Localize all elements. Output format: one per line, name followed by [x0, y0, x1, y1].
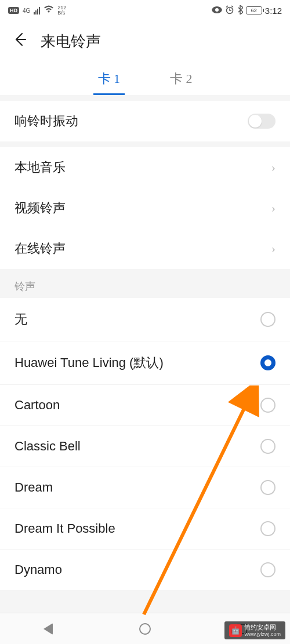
ringtone-label: Dream — [14, 480, 53, 495]
ringtone-list: 无 Huawei Tune Living (默认) Cartoon Classi… — [0, 298, 290, 590]
status-right: 62 3:12 — [212, 5, 282, 16]
page-title: 来电铃声 — [41, 31, 101, 52]
status-bar: HD 4G 212 B/s 62 3:12 — [0, 0, 290, 21]
ringtone-label: Classic Bell — [14, 439, 81, 454]
nav-back-button[interactable] — [42, 623, 55, 635]
ringtone-label: Huawei Tune Living (默认) — [14, 354, 164, 372]
ringtone-item-none[interactable]: 无 — [0, 298, 290, 341]
battery-icon: 62 — [246, 6, 262, 14]
radio-icon — [260, 480, 276, 495]
watermark-url: www.jylzwj.com — [244, 631, 281, 637]
eye-icon — [212, 6, 222, 15]
nav-online-ringtone[interactable]: 在线铃声 › — [0, 228, 290, 269]
vibrate-row: 响铃时振动 — [0, 101, 290, 141]
nav-video-ringtone[interactable]: 视频铃声 › — [0, 188, 290, 228]
radio-checked-icon — [260, 355, 276, 370]
nav-home-button[interactable] — [139, 623, 151, 635]
tab-sim2[interactable]: 卡 2 — [165, 64, 197, 95]
clock-time: 3:12 — [265, 6, 282, 16]
ringtone-label: 无 — [14, 311, 27, 328]
chevron-right-icon: › — [271, 241, 276, 256]
wifi-icon — [44, 5, 54, 16]
nav-local-music[interactable]: 本地音乐 › — [0, 147, 290, 188]
ringtone-label: Dream It Possible — [14, 521, 115, 536]
ringtone-label: Cartoon — [14, 398, 60, 413]
back-icon[interactable] — [12, 32, 27, 51]
radio-icon — [260, 398, 276, 413]
network-gen: 4G — [23, 8, 30, 14]
ringtone-item-dream[interactable]: Dream — [0, 467, 290, 508]
signal-icon — [34, 7, 40, 14]
nav-label: 在线铃声 — [14, 240, 66, 257]
ringtone-item-classic-bell[interactable]: Classic Bell — [0, 426, 290, 467]
watermark: 🤖 简约安卓网 www.jylzwj.com — [224, 621, 285, 639]
ringtone-item-cartoon[interactable]: Cartoon — [0, 385, 290, 426]
sim-tabs: 卡 1 卡 2 — [0, 59, 290, 95]
ringtone-item-dynamo[interactable]: Dynamo — [0, 550, 290, 590]
source-list: 本地音乐 › 视频铃声 › 在线铃声 › — [0, 147, 290, 269]
vibrate-label: 响铃时振动 — [14, 112, 78, 130]
chevron-right-icon: › — [271, 160, 276, 175]
radio-icon — [260, 562, 276, 577]
ringtone-section-label: 铃声 — [0, 269, 290, 298]
net-speed: 212 B/s — [57, 5, 66, 16]
ringtone-label: Dynamo — [14, 562, 62, 577]
ringtone-item-dream-it-possible[interactable]: Dream It Possible — [0, 508, 290, 550]
radio-icon — [260, 312, 276, 327]
watermark-brand: 简约安卓网 — [244, 624, 281, 631]
status-left: HD 4G 212 B/s — [8, 5, 66, 16]
nav-label: 本地音乐 — [14, 159, 66, 176]
hd-icon: HD — [8, 7, 19, 14]
nav-label: 视频铃声 — [14, 199, 66, 217]
page-header: 来电铃声 — [0, 21, 290, 59]
radio-icon — [260, 439, 276, 454]
ringtone-item-huawei-tune[interactable]: Huawei Tune Living (默认) — [0, 341, 290, 385]
radio-icon — [260, 521, 276, 536]
tab-sim1[interactable]: 卡 1 — [93, 64, 125, 95]
vibrate-switch[interactable] — [248, 114, 276, 129]
watermark-logo-icon: 🤖 — [229, 624, 242, 637]
alarm-icon — [225, 5, 234, 16]
chevron-right-icon: › — [271, 201, 276, 216]
bluetooth-icon — [237, 5, 243, 16]
